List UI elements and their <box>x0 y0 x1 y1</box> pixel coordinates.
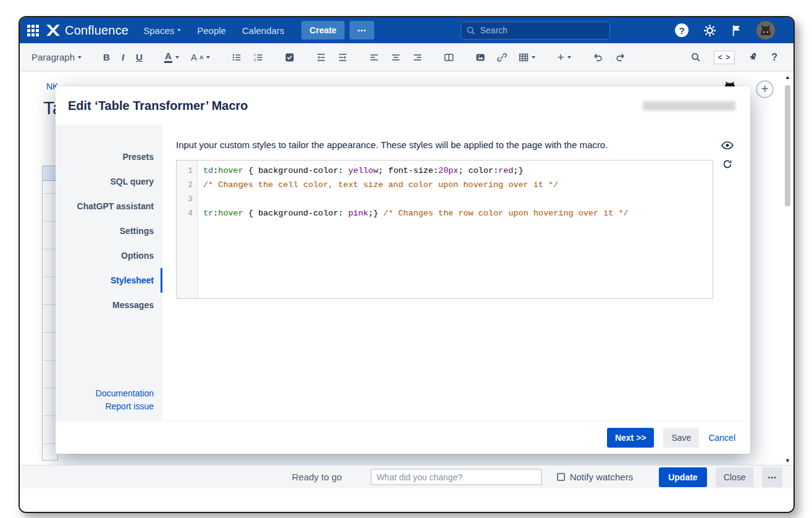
chevron-down-icon <box>567 56 571 59</box>
align-center-button[interactable] <box>388 50 404 65</box>
sidebar-tab-presets[interactable]: Presets <box>56 144 162 169</box>
svg-text:2: 2 <box>254 58 256 62</box>
line-number: 2 <box>177 178 193 192</box>
dialog-header: Edit ‘Table Transformer’ Macro <box>56 86 750 125</box>
stylesheet-description: Input your custom styles to tailor the a… <box>176 140 713 150</box>
confluence-logo-icon[interactable] <box>46 25 60 36</box>
notify-watchers-checkbox[interactable] <box>557 473 565 481</box>
create-button[interactable]: Create <box>301 21 345 40</box>
source-editor-button[interactable]: < > <box>714 51 735 64</box>
redo-button[interactable] <box>612 49 629 65</box>
editor-code[interactable]: td:hover { background-color: yellow; fon… <box>198 161 713 298</box>
sidebar-links: DocumentationReport issue <box>96 388 154 411</box>
line-number: 3 <box>177 192 193 206</box>
page-workspace: NK Ta + Edit ‘Table Transformer’ Macro P… <box>20 72 793 465</box>
bullet-list-button[interactable] <box>228 50 245 65</box>
refresh-icon[interactable] <box>722 159 732 169</box>
cancel-button[interactable]: Cancel <box>708 433 735 443</box>
italic-button[interactable]: I <box>119 49 127 65</box>
link-report-issue[interactable]: Report issue <box>96 401 154 411</box>
user-avatar[interactable] <box>756 21 775 40</box>
scroll-down-icon[interactable]: ▼ <box>783 456 792 465</box>
align-left-button[interactable] <box>366 50 382 65</box>
link-button[interactable] <box>494 50 510 65</box>
insert-more-button[interactable]: + <box>554 51 574 64</box>
toolbar-right-icons: < > ? <box>687 49 785 65</box>
preview-eye-icon[interactable] <box>721 141 734 150</box>
line-number: 1 <box>177 164 193 178</box>
chevron-down-icon <box>206 56 210 59</box>
app-switcher-icon[interactable] <box>27 25 39 36</box>
bold-button[interactable]: B <box>100 49 113 65</box>
outdent-button[interactable] <box>313 50 329 65</box>
css-code-editor[interactable]: 1234 td:hover { background-color: yellow… <box>176 160 713 299</box>
nav-more-button[interactable]: ••• <box>349 21 375 40</box>
text-color-button[interactable]: A <box>161 49 182 65</box>
code-line[interactable]: tr:hover { background-color: pink;} /* C… <box>203 206 713 220</box>
dialog-sidebar: PresetsSQL queryChatGPT assistantSetting… <box>56 125 162 420</box>
underline-button[interactable]: U <box>133 49 146 65</box>
sidebar-tab-sql-query[interactable]: SQL query <box>56 169 162 194</box>
code-line[interactable] <box>203 192 713 206</box>
dialog-body: PresetsSQL queryChatGPT assistantSetting… <box>56 125 750 420</box>
link-documentation[interactable]: Documentation <box>96 388 154 398</box>
paragraph-style-dropdown[interactable]: Paragraph <box>28 49 85 65</box>
sidebar-tab-chatgpt-assistant[interactable]: ChatGPT assistant <box>56 194 162 219</box>
scrollbar[interactable]: ▲ ▼ <box>783 73 792 465</box>
notify-watchers-label: Notify watchers <box>570 472 634 482</box>
indent-button[interactable] <box>335 50 351 65</box>
chevron-down-icon <box>532 56 535 59</box>
update-button[interactable]: Update <box>659 467 706 487</box>
redacted-text <box>643 101 735 111</box>
align-right-button[interactable] <box>409 50 425 65</box>
editor-status-bar: Ready to go Notify watchers Update Close… <box>20 465 793 488</box>
code-line[interactable]: td:hover { background-color: yellow; fon… <box>203 164 713 178</box>
plus-icon: + <box>557 53 564 62</box>
line-number: 4 <box>177 206 193 220</box>
save-button[interactable]: Save <box>663 428 699 448</box>
scrollbar-thumb[interactable] <box>785 85 790 206</box>
search-input[interactable] <box>480 25 605 35</box>
table-button[interactable] <box>516 50 538 65</box>
search-box[interactable] <box>461 22 610 40</box>
undo-button[interactable] <box>590 49 606 65</box>
editor-help-button[interactable]: ? <box>771 52 777 63</box>
sidebar-tab-options[interactable]: Options <box>56 243 162 268</box>
sidebar-tab-settings[interactable]: Settings <box>56 219 162 243</box>
svg-text:1: 1 <box>254 53 256 57</box>
next-button[interactable]: Next >> <box>607 428 655 448</box>
nav-item-spaces[interactable]: Spaces <box>143 25 181 36</box>
page-layout-button[interactable] <box>441 50 457 65</box>
gear-icon[interactable] <box>703 24 716 37</box>
status-more-button[interactable]: ••• <box>762 467 782 487</box>
color-bar-icon <box>164 61 172 63</box>
more-formatting-button[interactable]: AA <box>188 49 214 65</box>
text-color-letter: A <box>165 52 172 61</box>
change-comment-input[interactable] <box>370 469 542 485</box>
brand-title[interactable]: Confluence <box>65 23 128 38</box>
notify-watchers-group[interactable]: Notify watchers <box>557 472 634 482</box>
rocket-icon[interactable] <box>742 46 764 68</box>
macro-edit-dialog: Edit ‘Table Transformer’ Macro PresetsSQ… <box>56 86 750 454</box>
nav-item-people[interactable]: People <box>197 25 226 36</box>
chevron-down-icon <box>177 29 181 31</box>
chevron-down-icon <box>175 56 179 59</box>
flag-icon[interactable] <box>731 25 742 36</box>
close-button[interactable]: Close <box>716 467 754 487</box>
dialog-content: Input your custom styles to tailor the a… <box>162 125 750 420</box>
files-images-button[interactable] <box>472 50 488 65</box>
code-line[interactable]: /* Changes the cell color, text size and… <box>203 178 713 192</box>
sidebar-tab-stylesheet[interactable]: Stylesheet <box>56 268 162 293</box>
nav-item-calendars[interactable]: Calendars <box>242 25 284 36</box>
task-list-button[interactable] <box>282 50 298 65</box>
add-button[interactable]: + <box>756 80 774 98</box>
sidebar-tab-messages[interactable]: Messages <box>56 293 162 317</box>
scroll-up-icon[interactable]: ▲ <box>783 73 792 81</box>
search-icon <box>466 26 475 35</box>
top-navbar: Confluence Spaces People Calendars Creat… <box>20 17 793 43</box>
screenshot-frame: Confluence Spaces People Calendars Creat… <box>19 16 795 513</box>
find-replace-button[interactable] <box>687 49 704 65</box>
numbered-list-button[interactable]: 12 <box>250 50 266 65</box>
help-icon[interactable]: ? <box>675 23 689 37</box>
dialog-title: Edit ‘Table Transformer’ Macro <box>68 99 248 113</box>
